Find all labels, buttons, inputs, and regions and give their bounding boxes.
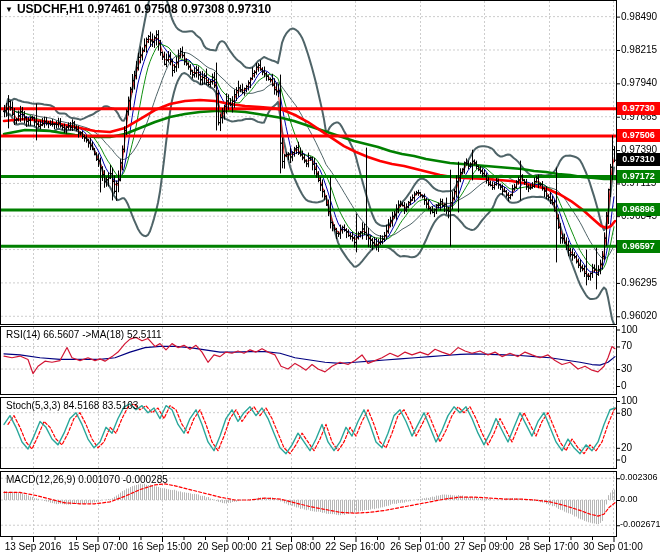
time-axis-label: 16 Sep 15:00 bbox=[132, 541, 192, 552]
price-badge: 0.97506 bbox=[617, 129, 660, 142]
macd-axis-label: 0.00 bbox=[620, 494, 638, 505]
time-axis-label: 26 Sep 01:00 bbox=[390, 541, 450, 552]
macd-label: MACD(12,26,9) 0.001070 -0.000285 bbox=[6, 474, 168, 485]
price-badge: 0.96896 bbox=[617, 203, 660, 216]
price-axis-label: 0.97940 bbox=[621, 77, 657, 88]
chart-title: ▼USDCHF,H1 0.97461 0.97508 0.97308 0.973… bbox=[5, 2, 271, 16]
price-badge: 0.96597 bbox=[617, 240, 660, 253]
main-chart-panel[interactable] bbox=[0, 0, 617, 325]
time-axis-label: 27 Sep 09:00 bbox=[454, 541, 514, 552]
chevron-down-icon[interactable]: ▼ bbox=[5, 5, 13, 14]
macd-axis-label: 0.002306 bbox=[620, 472, 658, 483]
chart-title-text: USDCHF,H1 0.97461 0.97508 0.97308 0.9731… bbox=[17, 2, 271, 16]
stoch-axis-label: 80 bbox=[621, 407, 632, 418]
price-badge: 0.97310 bbox=[617, 153, 660, 166]
price-badge: 0.97172 bbox=[617, 170, 660, 183]
macd-axis-label: -0.002671 bbox=[620, 519, 660, 530]
time-axis-label: 21 Sep 08:00 bbox=[261, 541, 321, 552]
price-axis-label: 0.98490 bbox=[621, 11, 657, 22]
stoch-label: Stoch(5,3,3) 84.5168 83.5103 bbox=[6, 400, 138, 411]
rsi-label: RSI(14) 66.5607 ->MA(18) 52.5111 bbox=[6, 329, 162, 340]
rsi-axis-label: 70 bbox=[621, 340, 632, 351]
rsi-axis-label: 30 bbox=[621, 363, 632, 374]
time-axis-label: 20 Sep 00:00 bbox=[197, 541, 257, 552]
time-axis-label: 13 Sep 2016 bbox=[5, 541, 62, 552]
price-axis-label: 0.98215 bbox=[621, 44, 657, 55]
time-axis-label: 22 Sep 16:00 bbox=[325, 541, 385, 552]
stoch-axis-label: 0 bbox=[621, 454, 627, 465]
price-axis-label: 0.96020 bbox=[621, 310, 657, 321]
stoch-axis-label: 20 bbox=[621, 442, 632, 453]
time-axis-label: 28 Sep 17:00 bbox=[519, 541, 579, 552]
chart-window: ▼USDCHF,H1 0.97461 0.97508 0.97308 0.973… bbox=[0, 0, 660, 560]
price-axis-label: 0.96295 bbox=[621, 277, 657, 288]
stoch-axis-label: 100 bbox=[621, 395, 638, 406]
time-axis-label: 30 Sep 01:00 bbox=[583, 541, 643, 552]
rsi-axis-label: 100 bbox=[621, 324, 638, 335]
rsi-axis-label: 0 bbox=[621, 380, 627, 391]
price-badge: 0.97730 bbox=[617, 102, 660, 115]
time-axis-label: 15 Sep 07:00 bbox=[68, 541, 128, 552]
